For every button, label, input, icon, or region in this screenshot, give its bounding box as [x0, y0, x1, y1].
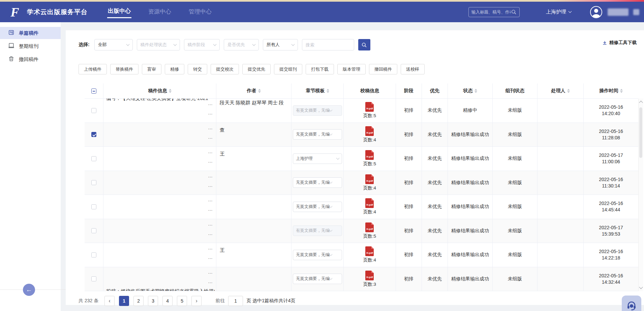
- row-checkbox[interactable]: [91, 180, 96, 185]
- action-button-7[interactable]: 提交优先: [242, 64, 271, 74]
- chapter-template-select[interactable]: 无英文摘要，无编: [293, 202, 342, 212]
- filter-select-1[interactable]: 全部: [94, 39, 133, 50]
- page-button-3[interactable]: 3: [148, 296, 158, 306]
- table-scrollbar[interactable]: [638, 99, 643, 291]
- hidden-text-ellipsis: …: [208, 269, 213, 275]
- org-switcher[interactable]: 上海护理: [546, 9, 571, 15]
- pdf-file-icon[interactable]: H-pdf: [365, 150, 374, 160]
- page-button-4[interactable]: 4: [162, 296, 173, 306]
- chevron-down-icon: [329, 108, 333, 111]
- pdf-file-icon[interactable]: H-pdf: [365, 246, 374, 256]
- nav-item-3[interactable]: 管理中心: [188, 6, 212, 18]
- pdf-file-icon[interactable]: H-pdf: [365, 174, 374, 184]
- status-cell: 精修中: [448, 99, 493, 123]
- search-button[interactable]: [358, 39, 370, 50]
- pdf-file-icon[interactable]: H-pdf: [365, 222, 374, 232]
- pdf-file-icon[interactable]: H-pdf: [365, 271, 374, 280]
- action-button-1[interactable]: 上传稿件: [79, 64, 107, 74]
- nav-item-1[interactable]: 出版中心: [107, 6, 131, 18]
- action-button-6[interactable]: 提交校次: [211, 64, 239, 74]
- row-checkbox[interactable]: [91, 156, 96, 161]
- sort-asc-icon: [567, 89, 570, 91]
- action-button-11[interactable]: 撤回稿件: [369, 64, 397, 74]
- scroll-up-icon[interactable]: [639, 101, 643, 104]
- user-avatar-icon[interactable]: [590, 6, 602, 18]
- next-page-button[interactable]: ›: [191, 296, 202, 306]
- chapter-template-value: 无英文摘要，无编: [296, 276, 330, 282]
- sort-icon[interactable]: [169, 89, 172, 93]
- book-icon: [8, 42, 14, 50]
- filter-select-3[interactable]: 稿件阶段: [184, 39, 220, 50]
- column-label: 校稿信息: [360, 88, 379, 94]
- row-checkbox[interactable]: [91, 252, 96, 257]
- row-checkbox[interactable]: [91, 276, 96, 281]
- prev-page-button[interactable]: ‹: [104, 296, 115, 306]
- action-button-2[interactable]: 替换稿件: [110, 64, 139, 74]
- scroll-down-icon[interactable]: [639, 285, 643, 289]
- chevron-down-icon: [291, 42, 295, 46]
- chapter-template-select[interactable]: 无英文摘要，无编: [293, 129, 342, 140]
- page-button-5[interactable]: 5: [177, 296, 187, 306]
- sort-icon[interactable]: [474, 89, 477, 93]
- sidebar-item-2[interactable]: 整期组刊: [0, 40, 61, 52]
- page-button-1[interactable]: 1: [119, 296, 129, 306]
- page-button-2[interactable]: 2: [133, 296, 144, 306]
- clipped-title-text: 投稿：燃烧伤后围手术期蜂窝组织炎烟雾吸入性损伤(埋: [106, 288, 215, 291]
- sidebar-item-1[interactable]: 单篇稿件: [0, 27, 61, 39]
- filter-select-5[interactable]: 所有人: [263, 39, 298, 50]
- pdf-file-icon[interactable]: H-pdf: [365, 126, 374, 136]
- sort-desc-icon: [169, 91, 172, 93]
- header-search-input[interactable]: [471, 10, 511, 14]
- sort-icon[interactable]: [620, 89, 623, 93]
- filter-label: 选择:: [79, 42, 90, 48]
- operation-date: 2022-05-17: [599, 152, 623, 159]
- refine-tool-download-link[interactable]: 精修工具下载: [602, 40, 637, 46]
- operation-time: 15:39:53: [602, 231, 620, 237]
- filter-select-4[interactable]: 是否优先: [224, 39, 259, 50]
- action-button-4[interactable]: 精修: [165, 64, 184, 74]
- operation-time-cell: 2022-05-1611:28:08: [584, 123, 638, 147]
- chapter-template-select[interactable]: 无英文摘要，无编: [293, 177, 342, 188]
- row-checkbox[interactable]: [91, 228, 96, 233]
- filter-search-input[interactable]: [302, 39, 354, 50]
- filter-select-2[interactable]: 稿件处理状态: [137, 39, 180, 50]
- chapter-template-cell: 无英文摘要，无编: [292, 195, 344, 219]
- chapter-template-select[interactable]: 上海护理: [293, 153, 342, 164]
- app-header: F 学术云出版服务平台 出版中心资源中心管理中心 上海护理: [0, 2, 644, 22]
- pdf-file-label: H-pdf: [365, 251, 374, 254]
- chapter-template-select[interactable]: 无英文摘要，无编: [293, 250, 342, 260]
- pdf-file-icon[interactable]: H-pdf: [365, 102, 374, 112]
- action-button-8[interactable]: 提交组刊: [274, 64, 302, 74]
- action-button-5[interactable]: 转交: [188, 64, 207, 74]
- operation-time: 11:00:06: [602, 159, 620, 165]
- stage-cell: 初排: [396, 171, 422, 195]
- row-checkbox[interactable]: [91, 132, 96, 137]
- action-button-9[interactable]: 打包下载: [306, 64, 334, 74]
- sort-icon[interactable]: [258, 89, 261, 93]
- chapter-template-value: 有英文摘要，无编: [296, 228, 330, 234]
- search-icon[interactable]: [511, 9, 517, 15]
- pdf-file-icon[interactable]: H-pdf: [365, 198, 374, 208]
- customer-service-button[interactable]: [622, 296, 641, 311]
- scrollbar-thumb[interactable]: [639, 107, 642, 158]
- back-button[interactable]: ←: [23, 284, 35, 296]
- pagination: 共 232 条‹12345›前往页 选中1篇稿件共计4页: [79, 296, 644, 306]
- action-button-12[interactable]: 送校样: [401, 64, 425, 74]
- headset-icon: [626, 300, 637, 311]
- row-checkbox[interactable]: [91, 204, 96, 209]
- sort-icon[interactable]: [327, 89, 329, 93]
- row-checkbox[interactable]: [91, 108, 96, 113]
- page-count: 页数:4: [363, 209, 376, 215]
- select-all-checkbox[interactable]: [91, 89, 96, 94]
- goto-page-input[interactable]: [228, 296, 243, 306]
- priority-cell: 未优先: [422, 219, 448, 243]
- group-status-cell: 未组版: [493, 147, 538, 171]
- download-label: 精修工具下载: [609, 40, 637, 46]
- download-icon: [602, 40, 607, 45]
- sort-icon[interactable]: [567, 89, 570, 93]
- nav-item-2[interactable]: 资源中心: [148, 6, 172, 18]
- sidebar-item-3[interactable]: 撤回稿件: [0, 53, 61, 65]
- action-button-10[interactable]: 版本管理: [337, 64, 366, 74]
- action-button-3[interactable]: 盲审: [142, 64, 161, 74]
- chapter-template-select[interactable]: 无英文摘要，无编: [293, 274, 342, 284]
